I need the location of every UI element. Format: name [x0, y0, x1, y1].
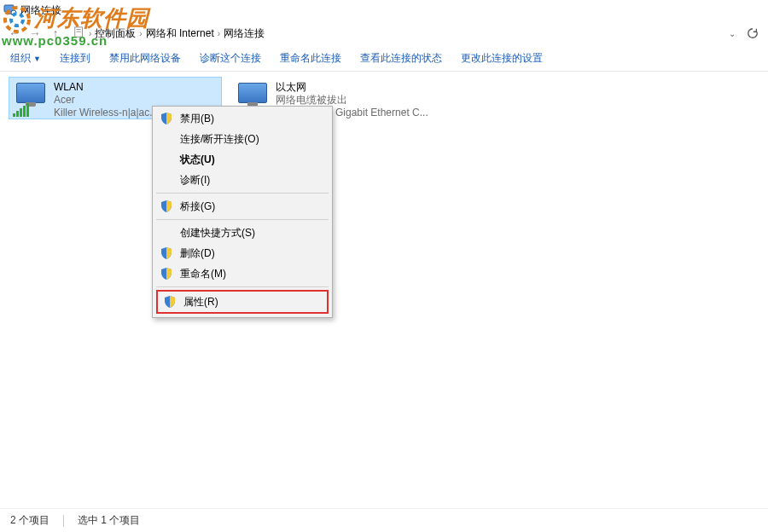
- command-bar: 组织▼ 连接到 禁用此网络设备 诊断这个连接 重命名此连接 查看此连接的状态 更…: [0, 46, 768, 72]
- menu-separator: [156, 286, 329, 287]
- back-button[interactable]: ←: [5, 24, 24, 43]
- crumb-network-connections[interactable]: 网络连接: [224, 26, 265, 41]
- blank-icon: [160, 173, 173, 187]
- chevron-down-icon: ▼: [33, 55, 41, 63]
- menu-label: 连接/断开连接(O): [180, 132, 259, 147]
- content-area: WLAN Acer Killer Wireless-n|a|ac... 以太网 …: [0, 72, 768, 506]
- shield-icon: [160, 200, 173, 213]
- refresh-button[interactable]: [742, 23, 763, 43]
- menu-label: 创建快捷方式(S): [180, 226, 255, 240]
- menu-label: 诊断(I): [180, 173, 210, 188]
- address-bar: ← → ↑ › 控制面板 › 网络和 Internet › 网络连接 ⌄: [0, 20, 768, 46]
- shield-icon: [160, 112, 173, 125]
- menu-label: 禁用(B): [180, 112, 214, 126]
- connection-name: 以太网: [276, 81, 428, 94]
- menu-rename[interactable]: 重命名(M): [154, 263, 330, 284]
- window-icon: [3, 3, 17, 17]
- blank-icon: [160, 226, 173, 240]
- menu-bridge[interactable]: 桥接(G): [154, 196, 330, 217]
- breadcrumb[interactable]: › 控制面板 › 网络和 Internet › 网络连接: [70, 23, 722, 43]
- svg-point-2: [11, 10, 16, 15]
- menu-properties-highlight: 属性(R): [156, 290, 329, 314]
- menu-separator: [156, 219, 329, 220]
- menu-label: 状态(U): [180, 153, 215, 167]
- chevron-right-icon: ›: [139, 29, 142, 38]
- chevron-right-icon: ›: [89, 29, 91, 38]
- menu-disable[interactable]: 禁用(B): [154, 108, 330, 129]
- menu-label: 删除(D): [180, 246, 215, 261]
- connection-text: WLAN Acer Killer Wireless-n|a|ac...: [54, 81, 158, 119]
- status-selected: 选中 1 个项目: [78, 513, 140, 528]
- window-title: 网络连接: [20, 3, 61, 18]
- blank-icon: [160, 153, 173, 166]
- menu-diagnose[interactable]: 诊断(I): [154, 170, 330, 190]
- status-count: 2 个项目: [10, 513, 49, 528]
- status-bar: 2 个项目 选中 1 个项目: [0, 508, 768, 532]
- menu-status[interactable]: 状态(U): [154, 149, 330, 170]
- menu-connect[interactable]: 连接/断开连接(O): [154, 129, 330, 149]
- menu-label: 重命名(M): [180, 267, 226, 281]
- cmd-viewstatus[interactable]: 查看此连接的状态: [360, 51, 442, 66]
- up-button[interactable]: ↑: [46, 24, 65, 43]
- svg-rect-1: [7, 13, 11, 14]
- wifi-icon: [13, 81, 49, 117]
- nav-arrows: ← → ↑: [5, 24, 65, 43]
- connection-sub1: 网络电缆被拔出: [276, 94, 428, 107]
- doc-icon: [73, 26, 85, 41]
- menu-delete[interactable]: 删除(D): [154, 243, 330, 263]
- title-bar: 网络连接: [0, 0, 768, 20]
- connections-list: WLAN Acer Killer Wireless-n|a|ac... 以太网 …: [9, 77, 759, 119]
- blank-icon: [160, 132, 173, 146]
- cmd-connect[interactable]: 连接到: [60, 51, 90, 66]
- menu-shortcut[interactable]: 创建快捷方式(S): [154, 223, 330, 243]
- shield-icon: [163, 295, 177, 309]
- cmd-disable[interactable]: 禁用此网络设备: [109, 51, 181, 66]
- chevron-right-icon: ›: [218, 29, 220, 38]
- menu-properties[interactable]: 属性(R): [158, 292, 327, 312]
- menu-label: 桥接(G): [180, 200, 215, 214]
- cmd-rename[interactable]: 重命名此连接: [280, 51, 341, 66]
- cmd-change[interactable]: 更改此连接的设置: [461, 51, 543, 66]
- cmd-organize[interactable]: 组织▼: [10, 51, 41, 66]
- forward-button[interactable]: →: [26, 24, 44, 43]
- crumb-network-internet[interactable]: 网络和 Internet: [146, 26, 214, 41]
- crumb-control-panel[interactable]: 控制面板: [95, 26, 136, 41]
- status-separator: [63, 515, 64, 527]
- connection-sub2: Killer Wireless-n|a|ac...: [54, 107, 158, 119]
- connection-name: WLAN: [54, 81, 158, 94]
- connection-sub1: Acer: [54, 94, 158, 107]
- menu-separator: [156, 193, 329, 194]
- address-dropdown[interactable]: ⌄: [727, 29, 737, 38]
- shield-icon: [160, 267, 173, 280]
- cmd-diagnose[interactable]: 诊断这个连接: [200, 51, 261, 66]
- shield-icon: [160, 246, 173, 260]
- menu-label: 属性(R): [183, 295, 218, 309]
- context-menu: 禁用(B) 连接/断开连接(O) 状态(U) 诊断(I) 桥接(G) 创建快捷方…: [152, 106, 333, 318]
